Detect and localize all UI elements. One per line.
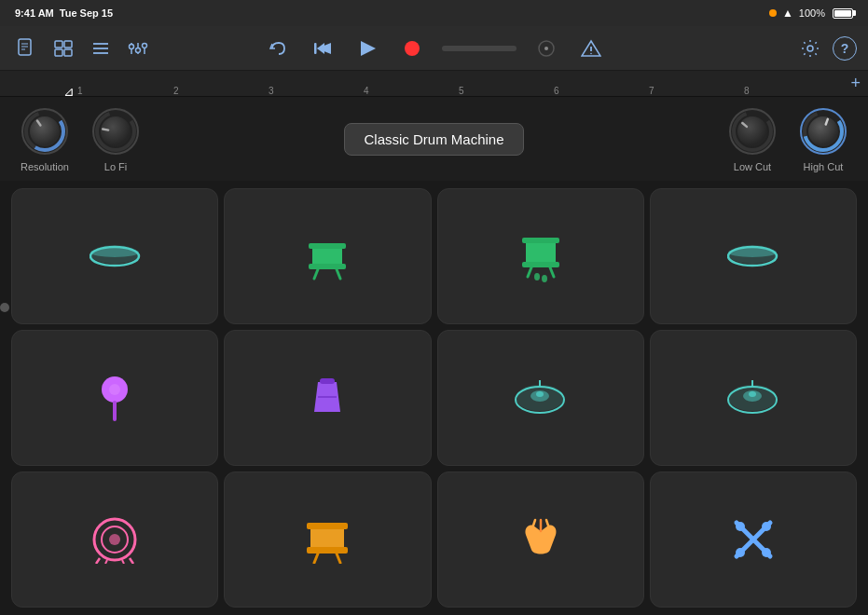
wifi-icon: ▲: [782, 7, 793, 20]
svg-point-13: [143, 43, 147, 48]
low-cut-label: Low Cut: [734, 161, 771, 172]
ruler-mark-5: 5: [459, 86, 464, 96]
svg-point-93: [736, 522, 745, 531]
svg-line-55: [550, 267, 554, 277]
drum-pad-10[interactable]: [224, 472, 431, 608]
add-track-button[interactable]: +: [850, 74, 861, 93]
side-dot: [0, 303, 9, 312]
svg-point-20: [544, 47, 548, 50]
controls-area: Resolution Lo Fi Classic Drum Machine: [0, 97, 868, 181]
svg-point-57: [542, 275, 547, 282]
ruler: ⊿ 1 2 3 4 5 6 7 8 +: [0, 71, 868, 97]
status-right: ▲ 100%: [769, 7, 853, 20]
toolbar-left: [11, 34, 263, 63]
svg-rect-1: [55, 41, 62, 48]
ruler-mark-3: 3: [269, 86, 274, 96]
svg-rect-48: [309, 264, 346, 269]
document-button[interactable]: [11, 34, 41, 63]
play-button[interactable]: [352, 34, 382, 63]
mixer-button[interactable]: [123, 34, 153, 63]
status-left: 9:41 AM Tue Sep 15: [15, 7, 113, 19]
record-button[interactable]: [397, 34, 427, 63]
svg-point-24: [807, 46, 813, 51]
drum-pad-11[interactable]: [437, 472, 644, 608]
svg-marker-16: [317, 43, 324, 54]
arrange-button[interactable]: [48, 34, 78, 63]
toolbar: ?: [0, 26, 868, 71]
svg-line-80: [130, 558, 133, 564]
drum-pad-2[interactable]: [224, 188, 431, 324]
instrument-name[interactable]: Classic Drum Machine: [344, 123, 523, 156]
svg-rect-14: [314, 43, 317, 54]
svg-point-60: [728, 248, 777, 257]
undo-button[interactable]: [263, 34, 293, 63]
svg-line-54: [528, 267, 531, 277]
lofi-label: Lo Fi: [104, 161, 127, 172]
svg-rect-84: [307, 523, 348, 529]
drum-pad-1[interactable]: [11, 188, 218, 324]
orange-dot: [769, 9, 777, 17]
level-indicator: [442, 46, 517, 51]
alert-button[interactable]: [576, 34, 606, 63]
settings-button[interactable]: [795, 34, 825, 63]
drum-pad-7[interactable]: [437, 330, 644, 466]
drum-pad-4[interactable]: [650, 188, 857, 324]
svg-rect-2: [64, 41, 72, 48]
svg-point-41: [808, 116, 838, 146]
svg-line-49: [314, 269, 318, 279]
svg-point-56: [534, 273, 540, 280]
svg-point-78: [109, 534, 120, 545]
svg-line-33: [103, 130, 108, 130]
svg-point-74: [749, 391, 756, 397]
svg-point-63: [109, 384, 120, 395]
resolution-knob[interactable]: [19, 105, 71, 157]
svg-point-18: [405, 41, 420, 56]
svg-point-96: [762, 548, 771, 557]
svg-point-69: [536, 391, 544, 397]
rewind-button[interactable]: [308, 34, 338, 63]
svg-line-87: [337, 554, 340, 563]
high-cut-knob-group: High Cut: [797, 105, 849, 172]
low-cut-knob-group: Low Cut: [726, 105, 778, 172]
drum-pad-8[interactable]: [650, 330, 857, 466]
status-bar: 9:41 AM Tue Sep 15 ▲ 100%: [0, 0, 868, 26]
date-display: Tue Sep 15: [60, 7, 113, 19]
svg-point-36: [737, 116, 767, 146]
svg-point-45: [90, 248, 139, 257]
low-cut-knob[interactable]: [726, 105, 778, 157]
svg-point-95: [736, 548, 745, 557]
resolution-label: Resolution: [21, 161, 69, 172]
high-cut-label: High Cut: [804, 161, 844, 172]
list-button[interactable]: [86, 34, 116, 63]
speaker-button[interactable]: [531, 34, 561, 63]
svg-rect-64: [320, 378, 335, 384]
svg-point-28: [30, 116, 60, 146]
drum-pad-5[interactable]: [11, 330, 218, 466]
instrument-label-container: Classic Drum Machine: [160, 123, 708, 156]
drum-pad-3[interactable]: [437, 188, 644, 324]
svg-line-79: [96, 558, 100, 564]
ruler-mark-2: 2: [173, 86, 179, 96]
svg-point-9: [130, 44, 134, 48]
ruler-mark-6: 6: [554, 86, 559, 96]
playhead[interactable]: ⊿: [63, 84, 75, 99]
svg-point-94: [762, 522, 771, 531]
drum-pad-6[interactable]: [224, 330, 431, 466]
svg-rect-52: [522, 238, 559, 243]
help-button[interactable]: ?: [833, 36, 857, 61]
svg-rect-47: [309, 243, 346, 249]
ruler-mark-1: 1: [77, 86, 83, 96]
high-cut-knob[interactable]: [797, 105, 849, 157]
drum-grid: [0, 181, 868, 615]
svg-line-88: [533, 520, 535, 526]
ruler-mark-4: 4: [364, 86, 369, 96]
svg-rect-85: [307, 547, 348, 554]
svg-line-86: [314, 554, 318, 563]
drum-pad-12[interactable]: [650, 472, 857, 608]
drum-pad-9[interactable]: [11, 472, 218, 608]
svg-line-50: [337, 269, 340, 279]
ruler-mark-7: 7: [649, 86, 654, 96]
svg-line-82: [122, 560, 124, 564]
lofi-knob[interactable]: [90, 105, 142, 157]
svg-point-11: [136, 48, 141, 52]
